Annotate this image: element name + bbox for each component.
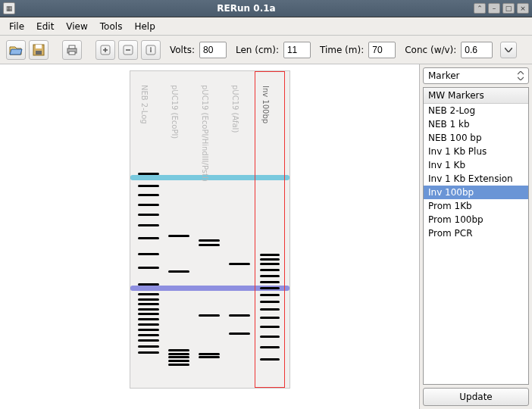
menu-file[interactable]: File — [3, 19, 30, 34]
marker-listbox[interactable]: MW Markers NEB 2-LogNEB 1 kbNEB 100 bpIn… — [423, 87, 529, 385]
gel-band — [260, 336, 280, 338]
gel-lane[interactable]: Inv 100bp — [255, 71, 285, 388]
gel-band — [260, 281, 280, 283]
menu-tools[interactable]: Tools — [94, 19, 129, 34]
gel-band — [138, 283, 159, 286]
menu-view[interactable]: View — [60, 19, 93, 34]
gel-band — [199, 239, 220, 242]
update-button-label: Update — [459, 392, 492, 402]
app-icon: ▦ — [3, 2, 15, 14]
lane-label: pUC19 (EcoPI) — [171, 85, 179, 139]
list-item[interactable]: NEB 100 bp — [424, 131, 528, 145]
gel-band — [199, 353, 220, 355]
list-item[interactable]: NEB 2-Log — [424, 104, 528, 117]
gel-band — [260, 263, 280, 265]
menu-edit[interactable]: Edit — [30, 19, 60, 34]
gel-band — [229, 333, 250, 335]
gel-band — [260, 358, 280, 361]
len-label: Len (cm): — [236, 45, 279, 55]
save-button[interactable] — [29, 40, 49, 60]
gel-band — [138, 329, 159, 331]
list-item[interactable]: Prom 100bp — [424, 213, 528, 226]
lane-label: NEB 2-Log — [140, 85, 149, 124]
svg-rect-10 — [150, 49, 151, 52]
volts-label: Volts: — [170, 45, 195, 55]
gel-band — [138, 334, 159, 336]
gel-band — [260, 346, 280, 348]
lane-label: pUC19 (EcoPI/HindIII/PstI) — [201, 85, 209, 182]
save-icon — [33, 44, 45, 56]
gel-band — [138, 303, 159, 305]
minimize-button[interactable]: – — [488, 3, 500, 14]
gel-lane[interactable]: NEB 2-Log — [133, 71, 164, 388]
gel-band — [260, 326, 280, 328]
gel-band — [260, 287, 280, 289]
toolbar-overflow-button[interactable] — [500, 42, 517, 58]
plus-icon — [100, 45, 111, 55]
print-button[interactable] — [62, 40, 82, 60]
gel-band — [138, 204, 159, 206]
gel-band — [138, 298, 159, 301]
svg-rect-2 — [36, 51, 42, 55]
folder-open-icon — [9, 44, 23, 56]
gel-band — [168, 270, 189, 273]
gel-band — [168, 356, 189, 358]
gel-band — [260, 275, 280, 277]
svg-point-9 — [150, 47, 152, 48]
remove-button[interactable] — [118, 40, 138, 60]
conc-input[interactable] — [461, 42, 493, 58]
gel-lane[interactable]: pUC19 (AfaI) — [224, 71, 255, 388]
list-item[interactable]: Inv 1 Kb Plus — [424, 145, 528, 158]
gel-band — [138, 351, 159, 354]
gel-band — [138, 185, 159, 187]
list-item[interactable]: Inv 100bp — [424, 186, 528, 199]
window-titlebar: ▦ RERun 0.1a ⌃ – □ × — [0, 0, 532, 17]
shade-button[interactable]: ⌃ — [474, 3, 486, 14]
gel-band — [138, 308, 159, 311]
info-button[interactable] — [141, 40, 161, 60]
time-input[interactable] — [368, 42, 396, 58]
gel-band — [138, 214, 159, 216]
list-item[interactable]: Inv 1 Kb — [424, 158, 528, 172]
menu-help[interactable]: Help — [128, 19, 161, 34]
gel-band — [199, 314, 220, 317]
gel-band — [168, 360, 189, 362]
gel-band — [260, 294, 280, 296]
gel-lane[interactable]: pUC19 (EcoPI/HindIII/PstI) — [194, 71, 224, 388]
marker-list-header: MW Markers — [424, 88, 528, 104]
list-item[interactable]: Inv 1 Kb Extension — [424, 172, 528, 186]
time-label: Time (m): — [320, 45, 364, 55]
gel-band — [260, 258, 280, 261]
open-button[interactable] — [6, 40, 26, 60]
menubar: File Edit View Tools Help — [0, 17, 532, 36]
type-combo-value: Marker — [428, 70, 459, 81]
svg-rect-1 — [36, 45, 42, 48]
gel-band — [138, 253, 159, 255]
gel-band — [199, 356, 220, 358]
len-input[interactable] — [283, 42, 311, 58]
gel-band — [260, 317, 280, 319]
gel-band — [229, 263, 250, 265]
gel-band — [168, 353, 189, 355]
lane-label: pUC19 (AfaI) — [231, 85, 239, 133]
gel-band — [138, 313, 159, 315]
type-combo[interactable]: Marker — [423, 67, 529, 84]
gel-band — [260, 254, 280, 256]
maximize-button[interactable]: □ — [502, 3, 515, 14]
gel-band — [138, 323, 159, 326]
lane-label: Inv 100bp — [261, 86, 270, 123]
volts-input[interactable] — [199, 42, 227, 58]
printer-icon — [66, 44, 78, 56]
list-item[interactable]: Prom PCR — [424, 226, 528, 240]
gel-band — [260, 308, 280, 311]
gel-band — [199, 244, 220, 246]
list-item[interactable]: NEB 1 kb — [424, 117, 528, 131]
close-button[interactable]: × — [517, 3, 529, 14]
list-item[interactable]: Prom 1Kb — [424, 199, 528, 213]
gel-lane[interactable]: pUC19 (EcoPI) — [164, 71, 194, 388]
update-button[interactable]: Update — [423, 388, 529, 406]
window-title: RERun 0.1a — [21, 3, 471, 14]
add-button[interactable] — [95, 40, 115, 60]
gel-band — [138, 237, 159, 239]
svg-rect-5 — [69, 52, 75, 55]
